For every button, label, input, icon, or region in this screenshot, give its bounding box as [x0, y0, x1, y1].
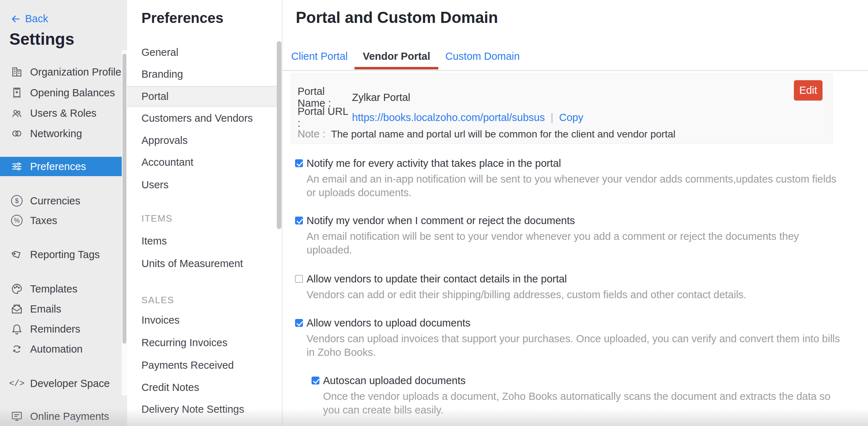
sidebar-item-label: Automation [30, 343, 83, 355]
portal-info-box: Portal Name : Zylkar Portal Portal URL :… [291, 74, 833, 144]
panel-item-label: Approvals [141, 135, 188, 146]
panel-item-users[interactable]: Users [127, 175, 282, 195]
edit-button[interactable]: Edit [794, 80, 823, 101]
panel-item-label: Credit Notes [141, 382, 199, 393]
panel-item-label: Portal [141, 91, 169, 102]
setting-description: Once the vendor uploads a document, Zoho… [323, 389, 830, 417]
portal-url-link[interactable]: https://books.localzoho.com/portal/subsu… [352, 112, 545, 124]
settings-title: Settings [9, 29, 74, 49]
sidebar-item-label: Templates [30, 283, 77, 295]
back-label: Back [25, 13, 48, 25]
bell-icon [11, 323, 23, 335]
setting-notify-vendor: Notify my vendor when I comment or rejec… [295, 215, 799, 257]
palette-icon [11, 283, 23, 295]
page-title: Portal and Custom Domain [296, 9, 498, 26]
refresh-icon [11, 343, 23, 355]
back-link[interactable]: Back [10, 13, 48, 25]
sidebar-item-label: Organization Profile [30, 66, 121, 78]
sidebar-scrollbar-thumb[interactable] [122, 54, 126, 344]
sidebar-item-label: Networking [30, 128, 82, 140]
tab-vendor-portal[interactable]: Vendor Portal [363, 50, 430, 69]
tag-icon [11, 248, 23, 261]
panel-item-label: Customers and Vendors [141, 112, 253, 124]
panel-section-sales: SALES [127, 291, 282, 309]
panel-item-delivery-note-settings[interactable]: Delivery Note Settings [127, 399, 282, 419]
sidebar-item-developer-space[interactable]: </> Developer Space [0, 373, 122, 393]
panel-section-items: ITEMS [127, 209, 282, 228]
opening-balances-icon [11, 87, 23, 99]
panel-item-items[interactable]: Items [127, 231, 282, 251]
sidebar-item-label: Reminders [30, 323, 80, 335]
sidebar-item-automation[interactable]: Automation [0, 339, 122, 359]
sidebar-item-label: Reporting Tags [30, 249, 100, 261]
update-contact-checkbox[interactable] [295, 275, 303, 283]
panel-item-general[interactable]: General [127, 42, 282, 62]
sidebar-item-online-payments[interactable]: Online Payments [0, 406, 122, 426]
sidebar-item-reporting-tags[interactable]: Reporting Tags [0, 245, 122, 265]
sidebar-item-reminders[interactable]: Reminders [0, 319, 122, 339]
sidebar-item-networking[interactable]: Networking [0, 124, 122, 144]
panel-item-label: Items [141, 235, 167, 247]
sidebar-item-organization-profile[interactable]: Organization Profile [0, 62, 122, 82]
envelope-icon [11, 303, 23, 315]
panel-item-label: General [141, 47, 178, 58]
panel-item-label: Payments Received [141, 359, 234, 371]
panel-item-label: Delivery Note Settings [141, 403, 244, 415]
panel-item-invoices[interactable]: Invoices [127, 310, 282, 330]
panel-item-credit-notes[interactable]: Credit Notes [127, 377, 282, 397]
sidebar-item-preferences[interactable]: Preferences [0, 157, 127, 176]
panel-item-approvals[interactable]: Approvals [127, 130, 282, 150]
tab-custom-domain[interactable]: Custom Domain [445, 50, 520, 69]
sidebar-item-templates[interactable]: Templates [0, 279, 122, 299]
online-payment-icon [11, 410, 23, 422]
sidebar-item-currencies[interactable]: $ Currencies [0, 191, 122, 211]
panel-item-units-of-measurement[interactable]: Units of Measurement [127, 253, 282, 273]
sidebar-item-label: Currencies [30, 195, 80, 207]
tab-client-portal[interactable]: Client Portal [291, 50, 348, 69]
currency-dollar-icon: $ [11, 195, 23, 207]
preferences-sliders-icon [11, 160, 23, 173]
panel-item-portal[interactable]: Portal [127, 86, 277, 107]
sidebar-item-label: Taxes [30, 215, 57, 227]
autoscan-checkbox[interactable] [312, 377, 319, 384]
portal-url-label: Portal URL : [298, 106, 352, 129]
panel-item-recurring-invoices[interactable]: Recurring Invoices [127, 333, 282, 353]
portal-note-row: Note : The portal name and portal url wi… [298, 128, 675, 140]
percent-icon: % [11, 214, 23, 227]
panel-item-payments-received[interactable]: Payments Received [127, 355, 282, 375]
setting-description: An email notification will be sent to yo… [307, 229, 799, 257]
panel-item-customers-and-vendors[interactable]: Customers and Vendors [127, 108, 282, 128]
notify-vendor-checkbox[interactable] [295, 217, 303, 224]
panel-item-branding[interactable]: Branding [127, 64, 282, 84]
main-content: Portal and Custom Domain Client Portal V… [283, 0, 868, 426]
sidebar-item-emails[interactable]: Emails [0, 299, 122, 319]
upload-documents-checkbox[interactable] [295, 319, 303, 327]
note-label: Note : [298, 128, 325, 140]
setting-label: Allow vendors to upload documents [307, 317, 471, 329]
panel-item-label: Units of Measurement [141, 258, 243, 270]
panel-item-accountant[interactable]: Accountant [127, 152, 282, 172]
sidebar-item-label: Developer Space [30, 378, 110, 389]
note-text: The portal name and portal url will be c… [331, 129, 675, 140]
setting-autoscan-documents: Autoscan uploaded documents Once the ven… [312, 375, 830, 417]
portal-url-row: Portal URL : https://books.localzoho.com… [298, 106, 583, 129]
sidebar-item-label: Users & Roles [30, 107, 96, 119]
tab-bottom-border [283, 70, 868, 71]
organization-icon [11, 66, 23, 78]
back-arrow-icon [10, 13, 21, 25]
sidebar-item-label: Preferences [30, 161, 86, 173]
panel-item-label: Users [141, 179, 169, 191]
sidebar-item-opening-balances[interactable]: Opening Balances [0, 83, 122, 103]
notify-activity-checkbox[interactable] [295, 159, 303, 167]
preferences-panel: Preferences General Branding Portal Cust… [127, 0, 283, 426]
setting-update-contact-details: Allow vendors to update their contact de… [295, 273, 746, 301]
sidebar-item-taxes[interactable]: % Taxes [0, 210, 122, 231]
setting-description: Vendors can upload invoices that support… [307, 332, 840, 359]
sidebar-item-users-roles[interactable]: Users & Roles [0, 103, 122, 123]
setting-label: Autoscan uploaded documents [323, 375, 466, 386]
settings-sidebar: Back Settings Organization Profile Openi… [0, 0, 127, 426]
panel-scrollbar-thumb[interactable] [277, 41, 281, 229]
copy-url-link[interactable]: Copy [559, 112, 583, 124]
code-icon: </> [11, 377, 23, 389]
setting-description: An email and an in-app notification will… [307, 172, 836, 199]
